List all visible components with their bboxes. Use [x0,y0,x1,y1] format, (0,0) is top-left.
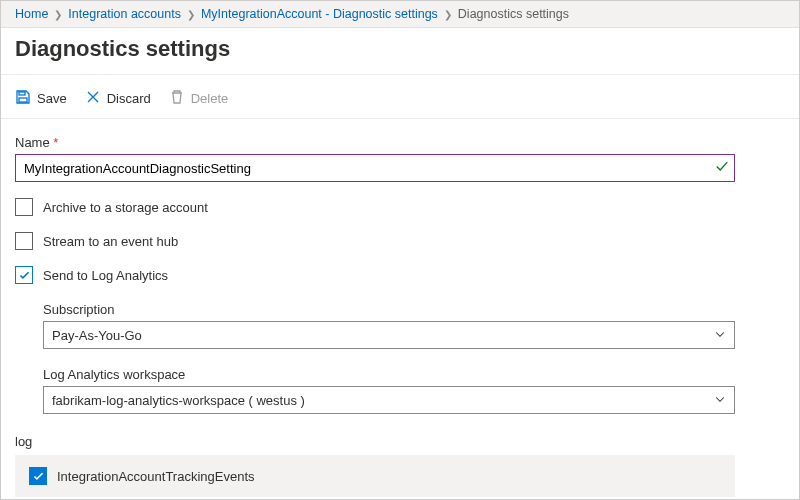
chevron-right-icon: ❯ [54,9,62,20]
discard-icon [85,89,101,108]
name-label: Name * [15,135,785,150]
send-label: Send to Log Analytics [43,268,168,283]
page-title: Diagnostics settings [15,36,785,62]
stream-checkbox[interactable] [15,232,33,250]
breadcrumb-current: Diagnostics settings [458,7,569,21]
svg-rect-0 [19,92,25,95]
divider [1,118,799,119]
svg-rect-1 [19,98,27,102]
breadcrumb: Home ❯ Integration accounts ❯ MyIntegrat… [1,1,799,28]
form: Name * Archive to a storage account Stre… [1,127,799,500]
name-input[interactable] [15,154,735,182]
log-item-checkbox[interactable] [29,467,47,485]
breadcrumb-home[interactable]: Home [15,7,48,21]
archive-checkbox[interactable] [15,198,33,216]
subscription-select[interactable]: Pay-As-You-Go [43,321,735,349]
subscription-value: Pay-As-You-Go [52,328,142,343]
workspace-value: fabrikam-log-analytics-workspace ( westu… [52,393,305,408]
log-panel: IntegrationAccountTrackingEvents [15,455,735,497]
chevron-down-icon [714,393,726,408]
log-item-row[interactable]: IntegrationAccountTrackingEvents [29,467,721,485]
send-checkbox-row[interactable]: Send to Log Analytics [15,266,785,284]
stream-checkbox-row[interactable]: Stream to an event hub [15,232,785,250]
delete-label: Delete [191,91,229,106]
chevron-down-icon [714,328,726,343]
archive-checkbox-row[interactable]: Archive to a storage account [15,198,785,216]
delete-icon [169,89,185,108]
subscription-label: Subscription [43,302,785,317]
workspace-label: Log Analytics workspace [43,367,785,382]
required-indicator: * [53,135,58,150]
stream-label: Stream to an event hub [43,234,178,249]
log-label: log [15,434,785,449]
workspace-select[interactable]: fabrikam-log-analytics-workspace ( westu… [43,386,735,414]
name-label-text: Name [15,135,50,150]
breadcrumb-account-diag[interactable]: MyIntegrationAccount - Diagnostic settin… [201,7,438,21]
log-item-label: IntegrationAccountTrackingEvents [57,469,255,484]
discard-label: Discard [107,91,151,106]
delete-button: Delete [169,89,229,108]
save-button[interactable]: Save [15,89,67,108]
chevron-right-icon: ❯ [444,9,452,20]
toolbar: Save Discard Delete [1,83,799,118]
send-checkbox[interactable] [15,266,33,284]
chevron-right-icon: ❯ [187,9,195,20]
discard-button[interactable]: Discard [85,89,151,108]
valid-check-icon [715,160,729,177]
save-label: Save [37,91,67,106]
archive-label: Archive to a storage account [43,200,208,215]
divider [1,74,799,75]
save-icon [15,89,31,108]
breadcrumb-integration-accounts[interactable]: Integration accounts [68,7,181,21]
